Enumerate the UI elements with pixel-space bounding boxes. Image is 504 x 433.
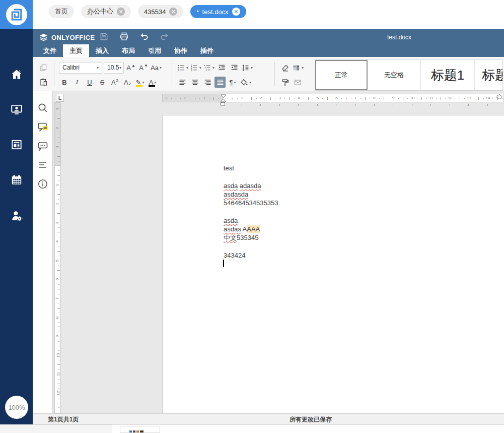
highlight-color-button[interactable]: ✎▾: [134, 77, 146, 88]
copy-button[interactable]: [38, 62, 49, 73]
search-button[interactable]: [37, 102, 49, 114]
document-title: test.docx: [33, 34, 504, 41]
menu-tab-insert[interactable]: 插入: [89, 44, 115, 57]
modified-dot: •: [196, 9, 198, 15]
tab-stop-strip[interactable]: [162, 103, 504, 106]
navigation-button[interactable]: [37, 159, 49, 171]
style-item-no-spacing[interactable]: 无空格: [368, 60, 421, 90]
app-tab-435534[interactable]: 435534✕: [138, 5, 183, 18]
align-right-button[interactable]: [202, 77, 213, 88]
font-color-button[interactable]: A▾: [147, 77, 158, 88]
align-left-button[interactable]: [177, 77, 188, 88]
comment-icon: [37, 121, 49, 133]
ruler-dot: [304, 98, 304, 99]
tab-strip-tick: [242, 104, 242, 106]
horizontal-ruler[interactable]: 3211234567891011121314: [162, 94, 504, 102]
style-item-normal[interactable]: 正常: [315, 60, 368, 90]
decrease-font-button[interactable]: A▼: [138, 62, 149, 73]
increase-font-button[interactable]: A▲: [125, 62, 136, 73]
decrease-indent-button[interactable]: [216, 62, 227, 73]
ruler-tick: [176, 97, 176, 100]
ruler-number: 8: [55, 316, 59, 318]
app-tab-test-docx[interactable]: •test.docx✕: [190, 5, 246, 18]
sidebar-item-calendar[interactable]: [10, 173, 23, 187]
italic-button[interactable]: I: [71, 77, 83, 88]
editor-left-panel: [33, 91, 53, 413]
vertical-ruler[interactable]: 321123456789101112: [54, 102, 61, 413]
close-icon[interactable]: ✕: [232, 8, 240, 16]
chevron-down-icon: ▾: [186, 66, 188, 70]
app-logo[interactable]: [0, 0, 33, 29]
ruler-tick: [289, 97, 290, 100]
shading-button[interactable]: ▾: [240, 77, 251, 88]
left-indent-marker[interactable]: [221, 102, 225, 106]
menu-tab-home[interactable]: 主页: [63, 44, 89, 57]
ruler-dot: [58, 350, 59, 351]
subscript-button[interactable]: A2: [122, 77, 133, 88]
strikethrough-button[interactable]: S: [97, 77, 108, 88]
line-spacing-button[interactable]: ▾: [241, 62, 253, 73]
editor-header: ONLYOFFICE test.docx 文件主页插入布局引用协作插件: [33, 29, 504, 57]
ruler-number: 10: [410, 96, 414, 100]
sidebar-item-meetings[interactable]: [10, 103, 23, 116]
ruler-dot: [389, 98, 389, 99]
menu-tab-collaboration[interactable]: 协作: [168, 44, 194, 57]
numbered-list-button[interactable]: ▾: [190, 62, 201, 73]
toolbar-separator: [172, 62, 172, 86]
sidebar-item-home[interactable]: [10, 68, 23, 81]
mail-merge-button[interactable]: [292, 77, 303, 88]
ruler-tick: [57, 251, 60, 252]
indent-markers[interactable]: [220, 94, 227, 102]
increase-indent-button[interactable]: [229, 62, 240, 73]
tab-strip-tick: [260, 104, 261, 106]
font-size-select[interactable]: 10.5▾: [104, 62, 124, 74]
style-item-heading-2[interactable]: 标题: [475, 60, 503, 90]
font-name-select[interactable]: Calibri▾: [59, 62, 102, 74]
sidebar-item-news[interactable]: [10, 138, 23, 151]
ruler-dot: [341, 98, 342, 99]
clear-style-button[interactable]: [279, 62, 291, 73]
change-case-button[interactable]: Aa▾: [151, 62, 162, 73]
ruler-dot: [219, 98, 219, 99]
zoom-badge[interactable]: 100%: [5, 396, 28, 419]
text-line: 343424: [224, 251, 278, 260]
copy-style-button[interactable]: [279, 77, 291, 88]
justify-button[interactable]: [214, 77, 226, 88]
close-icon[interactable]: ✕: [117, 8, 125, 16]
text-line: asda: [224, 216, 278, 225]
tab-stop-selector[interactable]: L: [56, 94, 64, 102]
ruler-dot: [294, 98, 295, 99]
menu-tab-references[interactable]: 引用: [141, 44, 168, 57]
app-tab-home[interactable]: 首页: [49, 5, 74, 18]
about-button[interactable]: [37, 178, 49, 190]
sidebar-item-user-settings[interactable]: [10, 209, 23, 222]
document-page[interactable]: testasda adasdaasdasda546464534535353asd…: [162, 115, 504, 413]
align-center-button[interactable]: [189, 77, 200, 88]
paragraph-marks-button[interactable]: ¶▾: [227, 77, 238, 88]
paste-button[interactable]: [38, 76, 49, 87]
ruler-tick: [270, 97, 271, 100]
document-canvas[interactable]: L 3211234567891011121314 321123456789101…: [53, 91, 504, 413]
menu-tab-file[interactable]: 文件: [37, 44, 63, 57]
chat-button[interactable]: [37, 140, 49, 152]
bold-button[interactable]: B: [59, 77, 70, 88]
superscript-button[interactable]: A2: [109, 77, 120, 88]
ruler-dot: [58, 133, 59, 133]
chevron-down-icon: ▾: [234, 80, 236, 85]
ruler-tick: [497, 97, 498, 100]
style-item-heading-1[interactable]: 标题1: [421, 60, 475, 90]
ruler-number: 5: [55, 260, 59, 262]
multilevel-list-button[interactable]: ▾: [203, 62, 214, 73]
underline-button[interactable]: U: [84, 77, 95, 88]
color-scheme-button[interactable]: ▾: [292, 62, 304, 73]
tab-strip-tick: [374, 104, 375, 106]
close-icon[interactable]: ✕: [169, 8, 177, 16]
menu-tab-plugins[interactable]: 插件: [194, 44, 220, 57]
comments-button[interactable]: [37, 121, 49, 133]
bullet-list-button[interactable]: ▾: [177, 62, 188, 73]
ruler-dot: [58, 388, 59, 389]
app-tab-office-center[interactable]: 办公中心✕: [81, 5, 131, 18]
ruler-number: 2: [55, 203, 59, 205]
menu-tab-layout[interactable]: 布局: [115, 44, 141, 57]
ruler-tick: [251, 97, 252, 100]
